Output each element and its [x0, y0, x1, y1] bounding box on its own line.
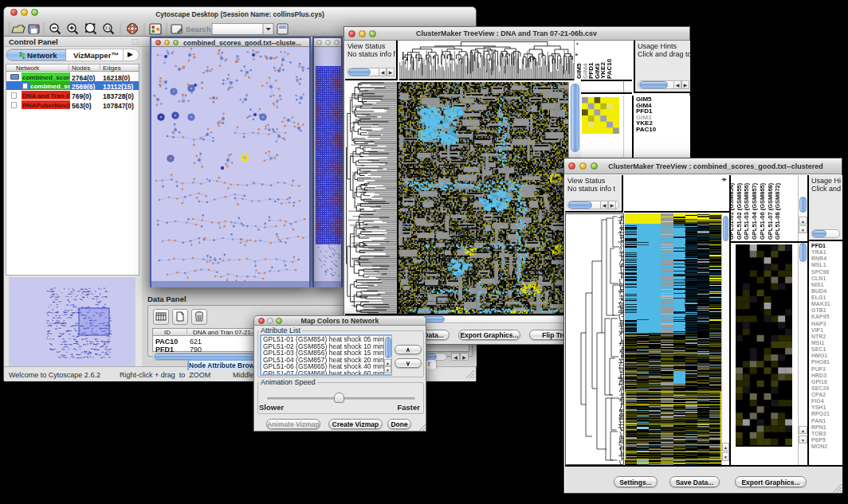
svg-text:1:1: 1:1 — [105, 26, 111, 30]
svg-text:Search:: Search: — [186, 25, 214, 33]
